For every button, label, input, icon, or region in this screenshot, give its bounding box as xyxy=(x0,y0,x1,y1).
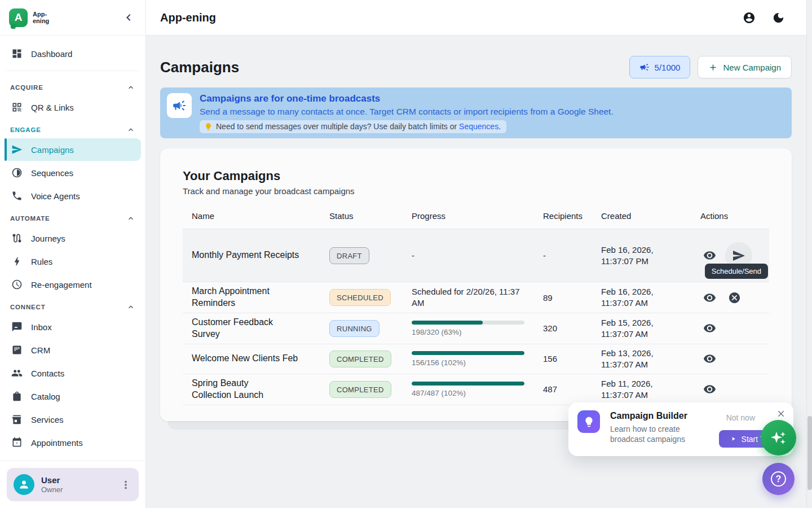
app-logo-text: App- ening xyxy=(33,11,49,24)
sidebar-item-contacts[interactable]: Contacts xyxy=(5,362,141,384)
column-header-name: Name xyxy=(183,202,329,229)
campaign-status-cell: SCHEDULED xyxy=(329,286,412,309)
progress-bar xyxy=(412,351,524,355)
campaign-progress-cell: Scheduled for 2/20/26, 11:37 AM xyxy=(412,283,543,313)
campaign-progress-cell: - xyxy=(412,247,543,265)
campaign-created: Feb 15, 2026,11:37:07 AM xyxy=(601,314,700,344)
view-button[interactable] xyxy=(700,380,718,398)
status-badge: DRAFT xyxy=(329,247,369,264)
storefront-icon xyxy=(11,414,23,425)
user-role: Owner xyxy=(41,485,63,494)
half-circle-icon xyxy=(11,167,23,178)
sidebar-item-dashboard[interactable]: Dashboard xyxy=(5,42,141,65)
sidebar-item-rules[interactable]: Rules xyxy=(5,250,141,273)
section-header-automate[interactable]: AUTOMATE xyxy=(5,208,141,227)
campaign-status-cell: COMPLETED xyxy=(329,378,412,401)
account-icon[interactable] xyxy=(743,11,756,24)
sidebar-item-label: Contacts xyxy=(31,369,64,378)
status-badge: SCHEDULED xyxy=(329,289,391,306)
ai-assistant-button[interactable] xyxy=(761,420,796,456)
close-icon xyxy=(776,409,786,419)
page-header-actions: 5/1000 New Campaign xyxy=(629,56,792,78)
sidebar-collapse-button[interactable] xyxy=(122,11,135,24)
question-mark-icon xyxy=(771,471,786,487)
chevron-up-icon xyxy=(126,125,135,134)
sequences-link[interactable]: Sequences xyxy=(459,122,498,131)
sidebar: A App- ening Dashboard ACQUIRE QR & Link… xyxy=(0,0,146,508)
moon-icon[interactable] xyxy=(772,11,785,24)
progress-bar-fill xyxy=(412,382,524,386)
sidebar-item-services[interactable]: Services xyxy=(5,408,141,431)
sidebar-item-re-engagement[interactable]: Re-engagement xyxy=(5,273,141,296)
campaign-progress-cell: 487/487 (102%) xyxy=(412,378,543,401)
campaign-progress-cell: 198/320 (63%) xyxy=(412,317,543,340)
page-title: Campaigns xyxy=(160,59,239,76)
campaign-recipients: - xyxy=(543,247,601,264)
user-card[interactable]: User Owner xyxy=(7,468,139,501)
view-button[interactable] xyxy=(700,319,718,338)
table-row: Welcome New Clients Feb COMPLETED 156/15… xyxy=(183,344,769,375)
section-header-engage[interactable]: ENGAGE xyxy=(5,119,141,138)
divider xyxy=(7,71,139,71)
sidebar-item-crm[interactable]: CRM xyxy=(5,339,141,361)
avatar xyxy=(14,474,34,495)
sidebar-item-inbox[interactable]: Inbox xyxy=(5,316,141,338)
route-icon xyxy=(11,233,23,244)
sidebar-item-journeys[interactable]: Journeys xyxy=(5,227,141,249)
campaign-recipients: 487 xyxy=(543,381,601,397)
sidebar-item-voice-agents[interactable]: Voice Agents xyxy=(5,185,141,207)
banner-icon-box xyxy=(167,93,192,118)
sidebar-item-appointments[interactable]: Appointments xyxy=(5,431,141,454)
sidebar-item-label: Catalog xyxy=(31,392,60,401)
sidebar-item-catalog[interactable]: Catalog xyxy=(5,385,141,408)
topbar-actions xyxy=(743,11,785,24)
sidebar-item-label: QR & Links xyxy=(31,103,74,112)
scrollbar-thumb[interactable] xyxy=(807,416,812,490)
sidebar-item-sequences[interactable]: Sequences xyxy=(5,161,141,184)
section-header-connect[interactable]: CONNECT xyxy=(5,296,141,316)
window-scrollbar[interactable] xyxy=(806,0,812,508)
sidebar-item-campaigns[interactable]: Campaigns xyxy=(5,138,141,161)
quota-value: 5/1000 xyxy=(655,63,681,72)
banner-subtitle: Send a message to many contacts at once.… xyxy=(200,106,614,117)
new-campaign-button[interactable]: New Campaign xyxy=(698,56,792,78)
user-meta: User Owner xyxy=(41,475,63,494)
status-badge: RUNNING xyxy=(329,320,379,337)
qr-code-icon xyxy=(11,102,23,113)
eye-icon xyxy=(703,383,716,396)
table-row: Customer Feedback Survey RUNNING 198/320… xyxy=(183,313,769,344)
help-button[interactable] xyxy=(762,463,795,495)
view-button[interactable] xyxy=(700,350,718,368)
progress-bar xyxy=(412,382,524,386)
calendar-icon xyxy=(11,437,23,448)
view-button[interactable] xyxy=(700,247,718,265)
phone-icon xyxy=(11,190,23,202)
campaign-progress-cell: 156/156 (102%) xyxy=(412,348,543,370)
close-button[interactable] xyxy=(776,409,786,419)
campaign-builder-popup: Campaign Builder Learn how to create bro… xyxy=(568,402,793,456)
banner-title: Campaigns are for one-time broadcasts xyxy=(200,93,614,104)
cancel-button[interactable] xyxy=(725,288,743,306)
view-button[interactable] xyxy=(700,288,718,306)
popup-subtitle: Learn how to create broadcast campaigns xyxy=(610,424,707,444)
section-header-acquire[interactable]: ACQUIRE xyxy=(5,77,141,96)
banner-tip: Need to send messages over multiple days… xyxy=(200,120,506,133)
send-icon xyxy=(732,249,745,262)
campaign-created: Feb 16, 2026,11:37:07 AM xyxy=(601,283,700,313)
eye-icon xyxy=(703,291,716,304)
sidebar-item-label: Sequences xyxy=(31,168,73,178)
user-menu-button[interactable] xyxy=(120,479,132,491)
lightbulb-icon-box xyxy=(577,410,600,433)
app-logo[interactable]: A xyxy=(9,8,28,27)
not-now-button[interactable]: Not now xyxy=(726,413,755,422)
sidebar-item-label: Appointments xyxy=(31,438,83,448)
cancel-icon xyxy=(728,291,741,304)
sidebar-item-qr-links[interactable]: QR & Links xyxy=(5,96,141,119)
eye-icon xyxy=(703,322,716,335)
campaign-status-cell: COMPLETED xyxy=(329,347,412,371)
status-badge: COMPLETED xyxy=(329,381,391,398)
campaign-name: Customer Feedback Survey xyxy=(183,313,329,344)
progress-bar-fill xyxy=(412,321,483,325)
quota-badge[interactable]: 5/1000 xyxy=(629,56,691,78)
table-row: Monthly Payment Receipts DRAFT - - Feb 1… xyxy=(183,229,769,282)
